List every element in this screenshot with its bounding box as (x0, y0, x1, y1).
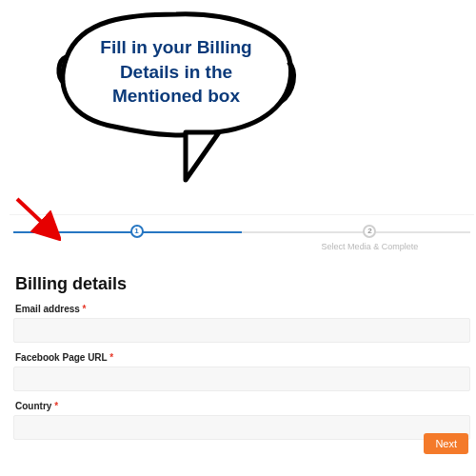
stepper-track-inactive (242, 231, 470, 233)
email-label-text: Email address (15, 304, 80, 314)
instruction-line: Mentioned box (71, 84, 281, 109)
required-mark: * (83, 304, 87, 314)
svg-line-0 (17, 199, 51, 231)
country-label: Country * (15, 401, 470, 411)
required-mark: * (109, 352, 113, 363)
progress-stepper: 1 2 Select Media & Complete (13, 228, 470, 255)
step-2-node: 2 (363, 225, 376, 238)
billing-form-panel: 1 2 Select Media & Complete Billing deta… (10, 214, 474, 457)
facebook-url-field[interactable] (13, 367, 470, 391)
facebook-url-label: Facebook Page URL * (15, 352, 470, 363)
email-field[interactable] (13, 318, 470, 343)
instruction-callout: Fill in your Billing Details in the Ment… (43, 5, 309, 190)
country-select-wrap (13, 415, 470, 440)
next-button[interactable]: Next (424, 433, 468, 454)
instruction-text: Fill in your Billing Details in the Ment… (71, 35, 281, 109)
facebook-url-label-text: Facebook Page URL (15, 352, 108, 363)
section-title: Billing details (15, 274, 470, 294)
instruction-line: Fill in your Billing (71, 35, 281, 60)
step-2-caption: Select Media & Complete (303, 242, 436, 251)
country-field[interactable] (13, 415, 470, 440)
step-1-node: 1 (130, 225, 144, 238)
required-mark: * (54, 401, 58, 411)
email-label: Email address * (15, 304, 470, 314)
red-arrow-icon (11, 193, 61, 241)
instruction-line: Details in the (71, 60, 281, 85)
country-label-text: Country (15, 401, 51, 411)
